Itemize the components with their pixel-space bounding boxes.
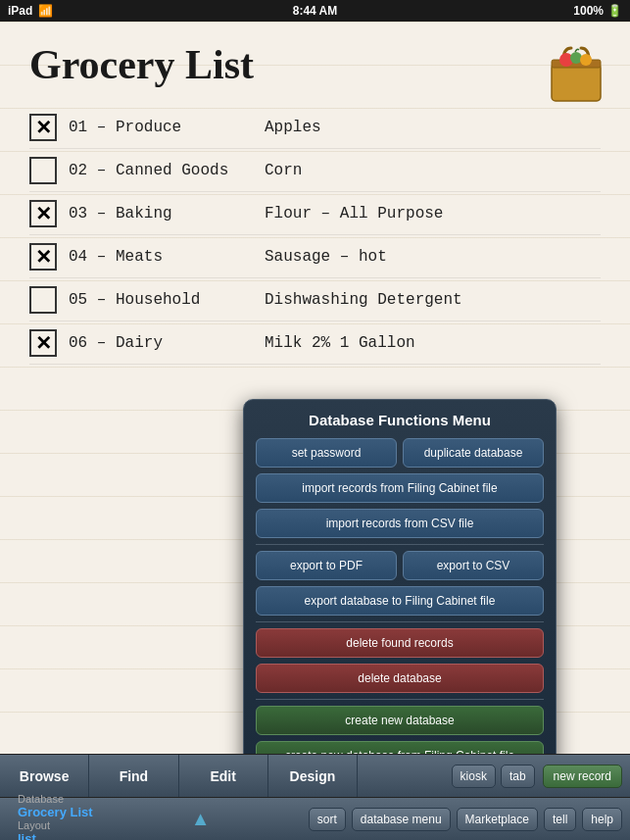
new-record-button[interactable]: new record: [543, 765, 622, 788]
checkbox-2[interactable]: [29, 157, 57, 184]
checkbox-3[interactable]: ✕: [29, 200, 57, 227]
menu-row-4: export to PDF export to CSV: [256, 551, 544, 580]
import-filing-button[interactable]: import records from Filing Cabinet file: [256, 473, 544, 503]
delete-database-button[interactable]: delete database: [256, 664, 544, 693]
grocery-bag-icon: [542, 36, 610, 105]
item-value-5: Dishwashing Detergent: [265, 291, 462, 309]
bottom-nav: Browse Find Edit Design kiosk tab new re…: [0, 754, 630, 797]
item-value-3: Flour – All Purpose: [265, 205, 443, 222]
tab-button[interactable]: tab: [501, 765, 535, 788]
wifi-icon: 📶: [38, 4, 53, 18]
layout-name: list: [18, 831, 36, 841]
checkbox-6[interactable]: ✕: [29, 329, 57, 357]
center-section: ▲: [191, 808, 211, 830]
device-label: iPad: [8, 4, 32, 18]
svg-point-4: [580, 54, 592, 66]
page-title: Grocery List: [29, 41, 601, 88]
list-item[interactable]: ✕ 04 – Meats Sausage – hot: [29, 235, 601, 278]
middle-buttons: sort database menu Marketplace tell help: [309, 808, 622, 831]
battery-label: 100%: [573, 4, 604, 18]
list-item[interactable]: ✕ 06 – Dairy Milk 2% 1 Gallon: [29, 321, 601, 365]
menu-row-7: delete database: [256, 664, 544, 693]
sort-button[interactable]: sort: [309, 808, 346, 831]
item-label-6: 06 – Dairy: [69, 334, 265, 352]
grocery-list: ✕ 01 – Produce Apples 02 – Canned Goods …: [29, 106, 601, 365]
status-right: 100% 🔋: [573, 4, 622, 18]
item-label-1: 01 – Produce: [69, 119, 265, 136]
menu-row-8: create new database: [256, 706, 544, 735]
menu-row-9: create new database from Filing Cabinet …: [256, 741, 544, 754]
database-menu-button[interactable]: database menu: [352, 808, 451, 831]
list-item[interactable]: ✕ 03 – Baking Flour – All Purpose: [29, 192, 601, 235]
status-bar: iPad 📶 8:44 AM 100% 🔋: [0, 0, 630, 22]
kiosk-button[interactable]: kiosk: [452, 765, 496, 788]
checkbox-4[interactable]: ✕: [29, 243, 57, 271]
item-value-4: Sausage – hot: [265, 248, 387, 266]
battery-icon: 🔋: [607, 4, 622, 18]
menu-row-2: import records from Filing Cabinet file: [256, 473, 544, 503]
tab-edit[interactable]: Edit: [179, 755, 268, 797]
item-label-4: 04 – Meats: [69, 248, 265, 266]
svg-rect-0: [552, 64, 601, 101]
menu-row-1: set password duplicate database: [256, 438, 544, 468]
menu-divider-2: [256, 621, 544, 622]
create-from-filing-button[interactable]: create new database from Filing Cabinet …: [256, 741, 544, 754]
menu-divider-1: [256, 544, 544, 545]
import-csv-button[interactable]: import records from CSV file: [256, 509, 544, 538]
duplicate-database-button[interactable]: duplicate database: [403, 438, 544, 468]
status-left: iPad 📶: [8, 4, 53, 18]
menu-row-3: import records from CSV file: [256, 509, 544, 538]
item-value-1: Apples: [265, 119, 321, 136]
bottom-toolbar: Database Grocery List Layout list ▲ sort…: [0, 797, 630, 840]
checkbox-5[interactable]: [29, 286, 57, 314]
database-name: Grocery List: [18, 805, 93, 819]
set-password-button[interactable]: set password: [256, 438, 397, 468]
item-value-6: Milk 2% 1 Gallon: [265, 334, 415, 352]
menu-row-6: delete found records: [256, 628, 544, 658]
db-info-section: Database Grocery List Layout list: [18, 793, 93, 841]
item-value-2: Corn: [265, 162, 302, 179]
menu-row-5: export database to Filing Cabinet file: [256, 586, 544, 616]
export-pdf-button[interactable]: export to PDF: [256, 551, 397, 580]
list-item[interactable]: 02 – Canned Goods Corn: [29, 149, 601, 192]
create-new-database-button[interactable]: create new database: [256, 706, 544, 735]
tab-browse[interactable]: Browse: [0, 755, 89, 797]
item-label-2: 02 – Canned Goods: [69, 162, 265, 179]
item-label-3: 03 – Baking: [69, 205, 265, 222]
export-filing-button[interactable]: export database to Filing Cabinet file: [256, 586, 544, 616]
db-menu-title: Database Functions Menu: [256, 412, 544, 428]
marketplace-button[interactable]: Marketplace: [457, 808, 538, 831]
export-csv-button[interactable]: export to CSV: [403, 551, 544, 580]
sort-triangle-icon: ▲: [191, 808, 211, 830]
svg-point-3: [570, 52, 582, 64]
checkbox-1[interactable]: ✕: [29, 114, 57, 141]
tell-button[interactable]: tell: [544, 808, 576, 831]
list-item[interactable]: ✕ 01 – Produce Apples: [29, 106, 601, 149]
help-button[interactable]: help: [582, 808, 622, 831]
item-label-5: 05 – Household: [69, 291, 265, 309]
delete-found-button[interactable]: delete found records: [256, 628, 544, 658]
main-content: Grocery List ✕ 01 – Produce Apples 02 – …: [0, 22, 630, 754]
tab-design[interactable]: Design: [268, 755, 358, 797]
list-item[interactable]: 05 – Household Dishwashing Detergent: [29, 278, 601, 321]
menu-divider-3: [256, 699, 544, 700]
database-label: Database: [18, 793, 64, 805]
status-time: 8:44 AM: [293, 4, 338, 18]
db-functions-menu: Database Functions Menu set password dup…: [243, 399, 557, 754]
tab-find[interactable]: Find: [89, 755, 178, 797]
layout-label: Layout: [18, 819, 50, 831]
